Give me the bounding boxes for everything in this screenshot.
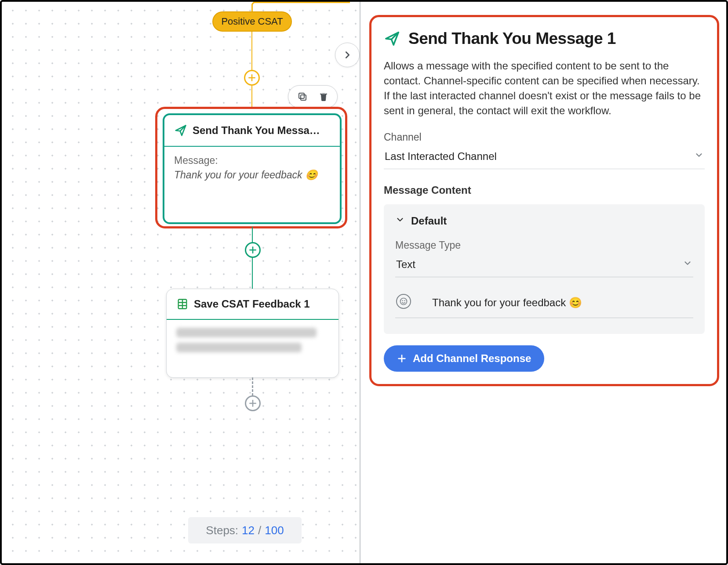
- workflow-node-save-csat[interactable]: Save CSAT Feedback 1: [166, 289, 339, 378]
- chevron-down-icon: [683, 258, 692, 271]
- channel-select-value: Last Interacted Channel: [385, 150, 497, 163]
- branch-connector-horizontal: [253, 2, 350, 3]
- message-type-value: Text: [396, 258, 415, 271]
- add-step-button-top[interactable]: [244, 70, 260, 86]
- svg-rect-2: [301, 95, 306, 100]
- blurred-content-line: [176, 328, 317, 337]
- svg-point-15: [402, 301, 403, 301]
- node-message-label: Message:: [174, 155, 330, 167]
- node-title: Send Thank You Messa…: [193, 124, 320, 137]
- add-channel-response-button[interactable]: Add Channel Response: [384, 345, 544, 372]
- default-block-title: Default: [411, 215, 447, 227]
- connector-dashed: [252, 377, 253, 396]
- connector-plus-to-node2: [252, 258, 253, 289]
- send-icon: [384, 30, 400, 47]
- branch-connector-vertical: [251, 4, 253, 11]
- spreadsheet-icon: [176, 298, 189, 310]
- message-text-input[interactable]: Thank you for your feedback 😊: [419, 297, 582, 309]
- steps-max: 100: [265, 524, 284, 537]
- message-type-select[interactable]: Text: [395, 255, 693, 277]
- send-icon: [174, 124, 187, 137]
- copy-icon: [297, 91, 308, 102]
- svg-point-14: [400, 298, 407, 305]
- panel-description: Allows a message with the specified cont…: [384, 58, 705, 118]
- add-step-button-middle[interactable]: [245, 242, 261, 258]
- svg-point-16: [404, 301, 405, 301]
- emoji-picker-button[interactable]: [396, 294, 411, 309]
- add-channel-response-label: Add Channel Response: [413, 352, 531, 365]
- node-action-toolbar: [288, 85, 338, 108]
- add-step-button-bottom[interactable]: [245, 395, 261, 411]
- chevron-down-icon: [395, 215, 405, 227]
- connector-node1-to-plus: [252, 227, 253, 243]
- duplicate-node-button[interactable]: [297, 91, 308, 102]
- connector-pill-to-plus: [251, 32, 252, 71]
- connector-plus-to-node1: [251, 86, 252, 107]
- chevron-down-icon: [694, 150, 704, 163]
- message-type-label: Message Type: [395, 239, 693, 251]
- branch-pill-positive-csat[interactable]: Positive CSAT: [212, 11, 292, 32]
- trash-icon: [318, 91, 329, 102]
- default-block-toggle[interactable]: Default: [395, 215, 693, 227]
- channel-field-label: Channel: [384, 131, 705, 143]
- panel-title: Send Thank You Message 1: [408, 29, 616, 48]
- selected-node-highlight: Send Thank You Messa… Message: Thank you…: [155, 107, 347, 228]
- node-editor-panel: Send Thank You Message 1 Allows a messag…: [360, 2, 728, 563]
- steps-label: Steps:: [206, 524, 238, 537]
- chevron-right-icon: [342, 50, 352, 60]
- plus-icon: [397, 354, 407, 363]
- panel-toggle-button[interactable]: [335, 43, 360, 67]
- smile-icon: [399, 297, 408, 306]
- delete-node-button[interactable]: [318, 91, 329, 102]
- svg-rect-3: [299, 93, 304, 98]
- default-response-block: Default Message Type Text Thank you: [384, 204, 705, 334]
- blurred-content-line: [176, 343, 302, 352]
- node2-title: Save CSAT Feedback 1: [194, 298, 310, 310]
- message-content-label: Message Content: [384, 184, 705, 196]
- steps-separator: /: [258, 524, 261, 537]
- steps-current: 12: [242, 524, 255, 537]
- channel-select[interactable]: Last Interacted Channel: [384, 147, 705, 169]
- workflow-canvas[interactable]: Positive CSAT Send Than: [2, 2, 360, 563]
- workflow-node-send-message[interactable]: Send Thank You Messa… Message: Thank you…: [163, 113, 342, 224]
- steps-counter: Steps: 12 / 100: [188, 517, 302, 543]
- node-message-preview: Thank you for your feedback 😊: [174, 169, 330, 181]
- panel-highlight: Send Thank You Message 1 Allows a messag…: [369, 15, 719, 386]
